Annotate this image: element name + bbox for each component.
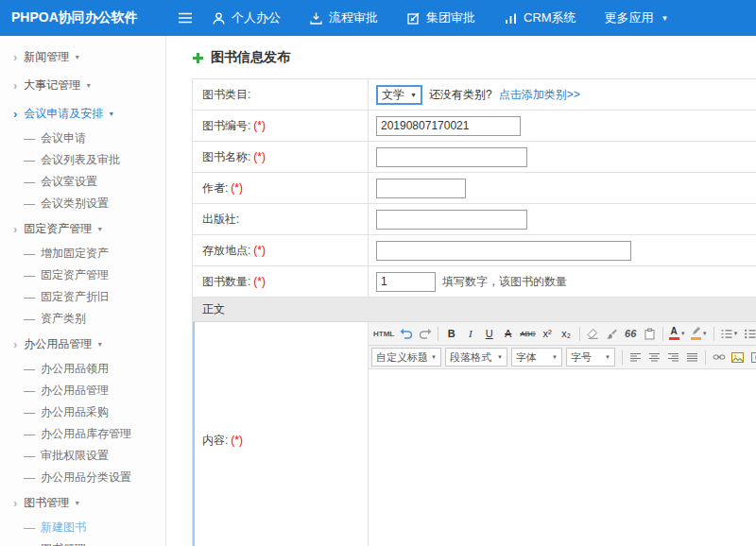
paragraph-format-select[interactable]: 段落格式▼ — [445, 348, 507, 367]
ordered-list-button[interactable]: ▼ — [718, 324, 741, 343]
bar-chart-icon — [504, 11, 518, 26]
dash-icon: — — [24, 406, 35, 419]
quantity-input[interactable] — [376, 272, 436, 292]
chevron-down-icon: ▼ — [497, 354, 503, 360]
link-icon — [713, 352, 726, 362]
sidebar-group-memorabilia[interactable]: › 大事记管理 ▼ — [0, 71, 165, 99]
toolbar-separator — [622, 350, 623, 365]
book-name-input[interactable] — [376, 147, 527, 167]
remove-format-button[interactable] — [584, 324, 602, 343]
sidebar-item-book-manage[interactable]: —图书管理 — [0, 538, 165, 546]
sidebar-group-label: 固定资产管理 — [24, 221, 92, 237]
sidebar-item-approval-permission[interactable]: —审批权限设置 — [0, 445, 165, 467]
author-input[interactable] — [376, 179, 466, 198]
align-center-button[interactable] — [645, 348, 663, 367]
storage-location-input[interactable] — [376, 241, 631, 261]
person-icon — [212, 11, 226, 26]
sidebar-item-supplies-manage[interactable]: —办公用品管理 — [0, 380, 165, 401]
nav-process-approval[interactable]: 流程审批 — [309, 9, 378, 26]
nav-label: 流程审批 — [329, 9, 378, 26]
sidebar-item-meeting-room-settings[interactable]: —会议室设置 — [0, 171, 165, 193]
font-size-select[interactable]: 字号▼ — [566, 348, 615, 367]
field-label-text: 图书编号: — [202, 118, 250, 134]
field-value — [369, 173, 756, 203]
font-family-select[interactable]: 字体▼ — [511, 348, 562, 367]
sidebar-item-supplies-purchase[interactable]: —办公用品采购 — [0, 401, 165, 423]
redo-button[interactable] — [416, 324, 434, 343]
undo-button[interactable] — [397, 324, 415, 343]
sidebar-item-new-book[interactable]: —新建图书 — [0, 517, 165, 538]
publisher-input[interactable] — [376, 210, 527, 230]
strikethrough-button[interactable]: A — [499, 324, 517, 343]
html-source-button[interactable]: HTML — [371, 324, 396, 343]
sidebar-group-label: 大事记管理 — [24, 77, 80, 94]
sidebar-item-supplies-inventory[interactable]: —办公用品库存管理 — [0, 423, 165, 445]
paragraph-select-label: 段落格式 — [450, 350, 491, 365]
superscript-button[interactable]: x² — [539, 324, 557, 343]
sidebar-item-label: 固定资产管理 — [41, 267, 109, 283]
book-number-input[interactable] — [376, 116, 521, 136]
size-select-label: 字号 — [571, 350, 592, 365]
add-category-link[interactable]: 点击添加类别>> — [499, 87, 580, 103]
chevron-right-icon: › — [13, 222, 17, 236]
sidebar-group-fixed-assets[interactable]: › 固定资产管理 ▼ — [0, 214, 165, 243]
field-label-text: 出版社: — [202, 212, 239, 228]
add-icon — [192, 52, 204, 64]
app-logo: PHPOA协同办公软件 — [0, 9, 166, 26]
blockquote-button[interactable]: 66 — [622, 324, 640, 343]
sidebar-item-meeting-apply[interactable]: —会议申请 — [0, 128, 165, 149]
chevron-right-icon: › — [13, 50, 17, 64]
group-approval-icon — [406, 11, 421, 26]
nav-more-apps[interactable]: 更多应用 ▼ — [605, 9, 669, 26]
nav-crm-system[interactable]: CRM系统 — [504, 9, 576, 26]
align-center-icon — [648, 352, 661, 363]
form-row-book-number: 图书编号: (*) — [193, 111, 756, 142]
paste-button[interactable] — [641, 324, 659, 343]
subscript-button[interactable]: x₂ — [558, 324, 576, 343]
category-select[interactable]: 文学 ▼ — [376, 85, 422, 105]
nav-group-approval[interactable]: 集团审批 — [406, 9, 475, 26]
quantity-hint: 填写数字，该图书的数量 — [442, 274, 567, 290]
align-left-button[interactable] — [627, 348, 644, 367]
sidebar-item-supplies-category-settings[interactable]: —办公用品分类设置 — [0, 467, 165, 488]
align-justify-button[interactable] — [683, 348, 701, 367]
sidebar-item-meeting-category-settings[interactable]: —会议类别设置 — [0, 193, 165, 214]
sidebar-group-meetings[interactable]: › 会议申请及安排 ▼ — [0, 99, 165, 128]
sidebar-group-label: 新闻管理 — [24, 49, 69, 65]
bold-button[interactable]: B — [442, 324, 460, 343]
format-painter-button[interactable] — [603, 324, 621, 343]
underline-button[interactable]: U — [480, 324, 498, 343]
sidebar-item-supplies-requisition[interactable]: —办公用品领用 — [0, 358, 165, 380]
editor-content-area[interactable] — [369, 369, 756, 546]
form-row-publisher: 出版社: — [193, 204, 756, 235]
italic-button[interactable]: I — [461, 324, 479, 343]
sidebar-group-news[interactable]: › 新闻管理 ▼ — [0, 43, 165, 71]
video-button[interactable] — [747, 348, 756, 367]
sidebar-item-add-fixed-asset[interactable]: —增加固定资产 — [0, 243, 165, 264]
hamburger-menu-button[interactable] — [178, 11, 193, 25]
font-color-button[interactable]: A ▼ — [667, 324, 688, 343]
dash-icon: — — [24, 176, 35, 189]
sidebar-group-office-supplies[interactable]: › 办公用品管理 ▼ — [0, 330, 165, 358]
spellcheck-button[interactable]: ABC — [518, 324, 537, 343]
sidebar-item-fixed-asset-depreciation[interactable]: —固定资产折旧 — [0, 286, 165, 308]
dash-icon: — — [24, 291, 35, 304]
required-mark: (*) — [231, 434, 243, 447]
unordered-list-button[interactable]: ▼ — [742, 324, 756, 343]
image-button[interactable] — [729, 348, 747, 367]
field-label-text: 图书类目: — [202, 87, 250, 103]
link-button[interactable] — [710, 348, 728, 367]
nav-label: 更多应用 — [605, 9, 654, 26]
align-right-button[interactable] — [664, 348, 682, 367]
nav-label: 个人办公 — [232, 9, 281, 26]
highlight-color-button[interactable]: ▼ — [689, 324, 710, 343]
sidebar-item-fixed-asset-manage[interactable]: —固定资产管理 — [0, 264, 165, 286]
sidebar-item-meeting-list-approval[interactable]: —会议列表及审批 — [0, 149, 165, 171]
sidebar-item-asset-category[interactable]: —资产类别 — [0, 308, 165, 330]
dash-icon: — — [24, 132, 35, 145]
heading-select[interactable]: 自定义标题▼ — [371, 348, 441, 367]
nav-personal-office[interactable]: 个人办公 — [212, 9, 281, 26]
sidebar-group-books[interactable]: › 图书管理 ▼ — [0, 488, 165, 517]
required-mark: (*) — [253, 244, 266, 257]
unordered-list-icon — [744, 329, 756, 339]
